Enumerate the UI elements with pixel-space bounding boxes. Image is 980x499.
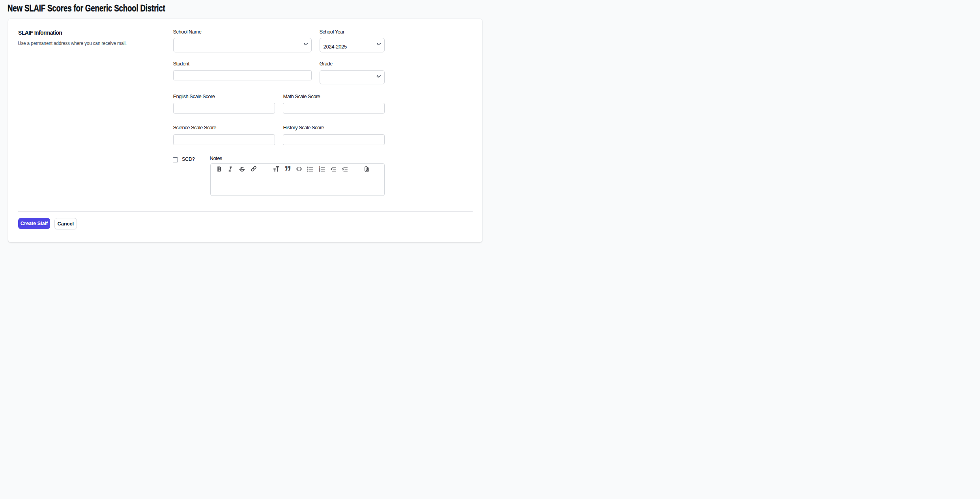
svg-text:3: 3 <box>319 170 321 172</box>
